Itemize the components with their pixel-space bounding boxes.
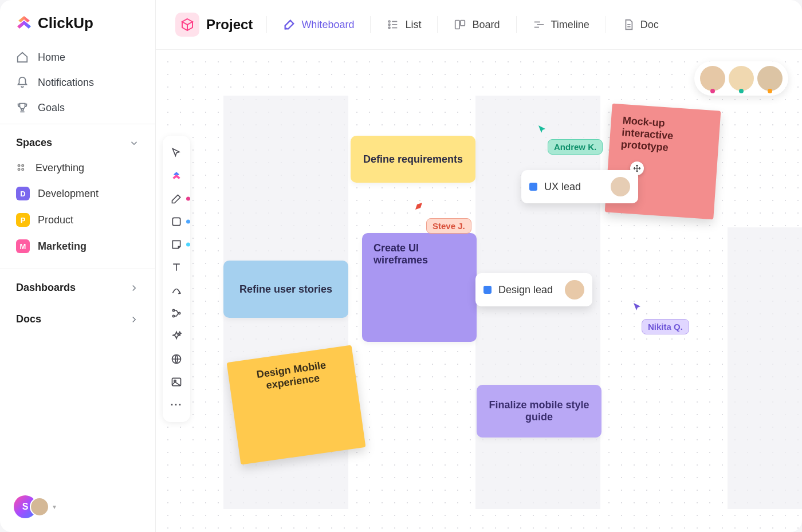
nav-notifications[interactable]: Notifications [8, 70, 147, 95]
whiteboard-toolbar: ··· [163, 136, 190, 422]
view-doc[interactable]: Doc [620, 15, 661, 34]
project-switcher[interactable]: Project [175, 13, 253, 37]
task-status-icon [483, 286, 492, 294]
card-create-ui-wireframes[interactable]: Create UI wireframes [362, 233, 477, 342]
task-design-lead[interactable]: Design lead [475, 273, 592, 306]
view-label: Doc [640, 19, 659, 31]
task-status-icon [529, 183, 537, 191]
card-define-requirements[interactable]: Define requirements [351, 136, 475, 183]
svg-point-4 [389, 21, 391, 22]
presence-avatar[interactable] [757, 66, 783, 91]
grid-icon [16, 163, 27, 174]
tool-clickup[interactable] [166, 165, 187, 186]
presence-avatars[interactable] [694, 61, 788, 96]
spaces-header[interactable]: Spaces [0, 133, 155, 156]
whiteboard-canvas[interactable]: ··· Define requirements Refine user stor… [156, 50, 802, 532]
logo[interactable]: ClickUp [0, 0, 155, 41]
whiteboard-icon [283, 18, 296, 31]
home-icon [16, 51, 29, 64]
view-whiteboard[interactable]: Whiteboard [281, 15, 356, 34]
space-label: Development [38, 188, 99, 200]
logo-text: ClickUp [38, 14, 93, 32]
space-everything[interactable]: Everything [0, 156, 155, 180]
task-ux-lead[interactable]: UX lead [521, 170, 638, 203]
sticky-label: Design Mobile experience [239, 357, 345, 395]
pencil-cursor-icon [414, 200, 425, 211]
svg-point-19 [172, 315, 174, 317]
cursor-pointer-icon [537, 124, 548, 135]
presence-avatar[interactable] [729, 66, 754, 91]
space-development[interactable]: D Development [0, 180, 155, 207]
view-list[interactable]: List [384, 15, 423, 34]
presence-avatar[interactable] [700, 66, 725, 91]
task-label: UX lead [544, 181, 581, 193]
tool-connector[interactable] [166, 280, 187, 301]
tool-ai[interactable] [166, 326, 187, 346]
cursor-tag-nikita: Nikita Q. [642, 319, 689, 334]
nav-goals-label: Goals [38, 102, 65, 114]
tool-shape[interactable] [166, 211, 187, 232]
tool-more[interactable]: ··· [166, 395, 187, 415]
svg-point-3 [22, 168, 23, 170]
board-icon [454, 18, 466, 31]
task-label: Design lead [498, 284, 553, 296]
dashboards-header[interactable]: Dashboards [0, 278, 155, 301]
chevron-right-icon [129, 314, 139, 325]
svg-point-0 [18, 164, 19, 166]
chevron-down-icon [129, 138, 139, 148]
svg-rect-17 [172, 218, 180, 225]
view-label: Board [472, 19, 500, 31]
card-finalize-style-guide[interactable]: Finalize mobile style guide [477, 385, 602, 438]
bell-icon [16, 76, 29, 89]
svg-rect-10 [455, 21, 459, 29]
tool-web[interactable] [166, 349, 187, 369]
spaces-header-label: Spaces [16, 137, 52, 149]
project-title: Project [206, 17, 253, 33]
space-marketing[interactable]: M Marketing [0, 233, 155, 259]
user-avatar [30, 497, 49, 517]
avatar [565, 280, 584, 300]
docs-label: Docs [16, 313, 41, 325]
main: Project Whiteboard List Board Timeline [156, 0, 802, 532]
cursor-tag-steve: Steve J. [426, 218, 471, 234]
space-label: Marketing [38, 241, 87, 253]
tool-pointer[interactable] [166, 143, 187, 163]
user-menu[interactable]: S ▾ [14, 495, 56, 518]
tool-text[interactable] [166, 257, 187, 278]
svg-point-6 [389, 24, 391, 26]
card-label: Define requirements [363, 153, 463, 165]
sticky-label: Mock-up interactive prototype [620, 115, 674, 153]
space-label: Product [38, 214, 73, 226]
list-icon [387, 18, 399, 31]
dashboards-label: Dashboards [16, 282, 76, 294]
docs-header[interactable]: Docs [0, 310, 155, 332]
space-product[interactable]: P Product [0, 207, 155, 233]
svg-point-1 [22, 164, 23, 166]
svg-point-2 [18, 168, 19, 170]
tool-relationships[interactable] [166, 303, 187, 324]
space-everything-label: Everything [36, 162, 84, 174]
cursor-pointer-icon [632, 302, 643, 312]
view-board[interactable]: Board [451, 15, 502, 34]
sticky-design-mobile[interactable]: Design Mobile experience [227, 345, 366, 465]
card-refine-user-stories[interactable]: Refine user stories [223, 261, 348, 318]
cursor-tag-andrew: Andrew K. [548, 139, 603, 155]
tool-image[interactable] [166, 372, 187, 392]
svg-rect-11 [461, 21, 465, 26]
cube-icon [175, 13, 199, 37]
tool-pen[interactable] [166, 188, 187, 209]
avatar [611, 177, 630, 196]
caret-down-icon: ▾ [53, 503, 56, 511]
tool-sticky[interactable] [166, 234, 187, 255]
sidebar: ClickUp Home Notifications Goals Spaces [0, 0, 156, 532]
view-timeline[interactable]: Timeline [530, 15, 592, 34]
space-badge: P [16, 213, 30, 227]
chevron-right-icon [129, 283, 139, 293]
card-label: Create UI wireframes [374, 242, 428, 266]
view-label: List [405, 19, 421, 31]
nav-home-label: Home [38, 52, 65, 64]
nav-notifications-label: Notifications [38, 77, 94, 89]
nav-home[interactable]: Home [8, 45, 147, 70]
nav-goals[interactable]: Goals [8, 95, 147, 120]
svg-point-8 [389, 27, 391, 29]
